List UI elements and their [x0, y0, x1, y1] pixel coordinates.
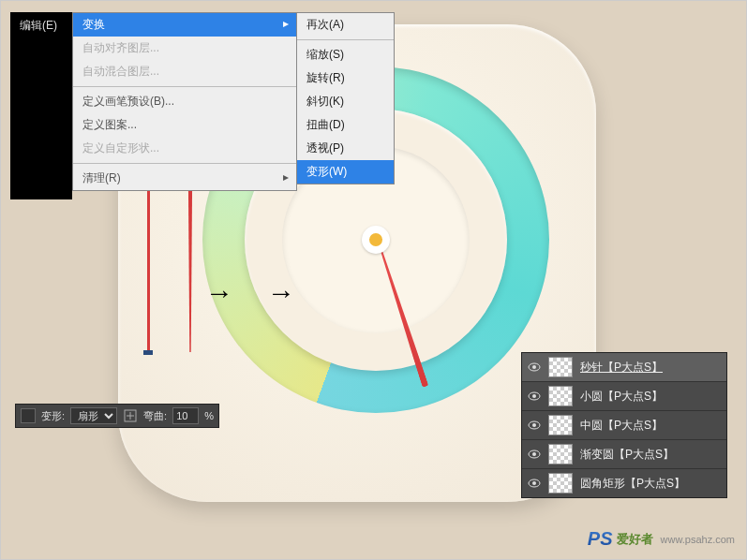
visibility-eye-icon[interactable]: [528, 477, 541, 490]
layer-row[interactable]: 渐变圆【P大点S】: [522, 439, 726, 468]
submenu-item-scale[interactable]: 缩放(S): [297, 43, 394, 66]
layer-thumbnail: [548, 473, 573, 494]
percent-label: %: [204, 410, 214, 421]
layer-thumbnail: [548, 415, 573, 435]
menu-item-transform[interactable]: 变换 ▸: [73, 13, 296, 37]
svg-point-8: [532, 452, 536, 456]
svg-point-2: [532, 365, 536, 369]
visibility-eye-icon[interactable]: [528, 448, 541, 461]
warp-shape-label: 变形:: [41, 409, 65, 423]
orientation-toggle-icon[interactable]: [123, 408, 138, 423]
menu-item-auto-align[interactable]: 自动对齐图层...: [73, 37, 296, 60]
warp-bend-label: 弯曲:: [143, 409, 167, 423]
watermark-url: www.psahz.com: [661, 534, 735, 545]
layer-row[interactable]: 秒针【P大点S】: [522, 353, 726, 381]
menu-item-define-shape[interactable]: 定义自定形状...: [73, 137, 296, 160]
layer-name: 小圆【P大点S】: [580, 389, 663, 405]
menubar-edit[interactable]: 编辑(E): [10, 12, 67, 39]
submenu-arrow-icon: ▸: [283, 170, 289, 184]
edit-menu: 变换 ▸ 自动对齐图层... 自动混合图层... 定义画笔预设(B)... 定义…: [72, 12, 297, 191]
menu-item-purge[interactable]: 清理(R) ▸: [73, 167, 296, 190]
menu-item-label: 清理(R): [82, 171, 121, 184]
svg-point-4: [532, 394, 536, 398]
menu-item-define-brush[interactable]: 定义画笔预设(B)...: [73, 90, 296, 113]
menu-item-define-pattern[interactable]: 定义图案...: [73, 113, 296, 137]
submenu-arrow-icon: ▸: [283, 17, 289, 30]
visibility-eye-icon[interactable]: [528, 390, 541, 403]
layer-row[interactable]: 小圆【P大点S】: [522, 381, 726, 410]
arrow-icon: →: [205, 277, 233, 309]
menu-separator: [73, 163, 296, 164]
visibility-eye-icon[interactable]: [528, 419, 541, 432]
menu-separator: [73, 86, 296, 87]
menu-separator: [297, 39, 394, 40]
submenu-item-warp[interactable]: 变形(W): [297, 160, 394, 184]
menu-item-auto-blend[interactable]: 自动混合图层...: [73, 60, 296, 83]
layer-name: 圆角矩形【P大点S】: [580, 476, 685, 492]
transform-submenu: 再次(A) 缩放(S) 旋转(R) 斜切(K) 扭曲(D) 透视(P) 变形(W…: [296, 12, 395, 184]
grid-icon[interactable]: [21, 408, 36, 423]
layer-name: 中圆【P大点S】: [580, 418, 663, 434]
submenu-item-again[interactable]: 再次(A): [297, 13, 394, 37]
watermark-text: 爱好者: [617, 531, 653, 548]
demo-line-shape: [143, 184, 153, 352]
warp-options-bar: 变形: 扇形 弯曲: %: [15, 404, 219, 428]
svg-point-10: [532, 481, 536, 485]
layer-thumbnail: [548, 386, 573, 406]
watermark-ps: PS: [588, 528, 613, 550]
clock-center-dot: [362, 226, 390, 254]
layer-name: 秒针【P大点S】: [580, 360, 663, 376]
submenu-item-skew[interactable]: 斜切(K): [297, 90, 394, 113]
svg-point-6: [532, 423, 536, 427]
layer-row[interactable]: 中圆【P大点S】: [522, 410, 726, 439]
warp-shape-select[interactable]: 扇形: [70, 407, 117, 424]
layer-name: 渐变圆【P大点S】: [580, 447, 674, 463]
layer-row[interactable]: 圆角矩形【P大点S】: [522, 468, 726, 497]
visibility-eye-icon[interactable]: [528, 361, 541, 374]
layers-panel: 秒针【P大点S】 小圆【P大点S】 中圆【P大点S】 渐变圆【P大点S】 圆角矩…: [521, 352, 727, 498]
submenu-item-distort[interactable]: 扭曲(D): [297, 113, 394, 137]
submenu-item-perspective[interactable]: 透视(P): [297, 137, 394, 160]
watermark: PS 爱好者 www.psahz.com: [588, 528, 735, 550]
layer-thumbnail: [548, 444, 573, 464]
submenu-item-rotate[interactable]: 旋转(R): [297, 66, 394, 90]
menu-item-label: 变换: [82, 18, 105, 31]
warp-bend-input[interactable]: [172, 407, 199, 424]
arrow-icon: →: [267, 277, 295, 309]
layer-thumbnail: [548, 357, 573, 377]
